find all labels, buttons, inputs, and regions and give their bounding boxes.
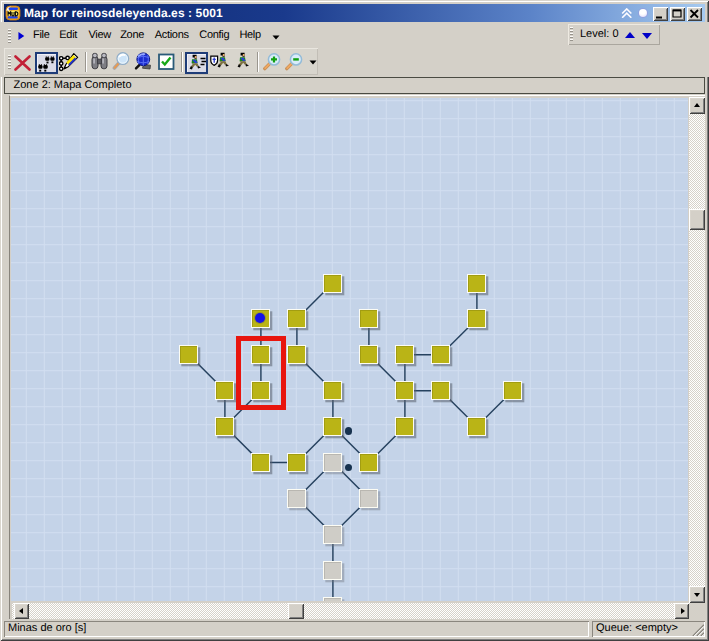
scroll-up-button[interactable] [689, 97, 705, 114]
level-up-icon[interactable] [625, 32, 635, 38]
up-arrow-icon [694, 103, 700, 107]
world-map-icon[interactable] [134, 52, 153, 71]
scroll-left-button[interactable] [14, 603, 29, 619]
map-room[interactable] [323, 274, 342, 293]
speedwalk-icon [188, 54, 207, 73]
resize-grip-icon[interactable] [691, 623, 704, 636]
zoom-view-icon[interactable] [112, 52, 130, 71]
level-label: Level: 0 [580, 26, 619, 42]
map-room[interactable] [323, 597, 342, 601]
map-room[interactable] [467, 417, 486, 436]
map-room[interactable] [467, 274, 486, 293]
map-connections [11, 98, 688, 601]
horizontal-scroll-thumb[interactable] [288, 603, 304, 619]
walk-icon[interactable] [234, 52, 252, 71]
minimize-icon [653, 7, 668, 21]
vertical-scrollbar[interactable] [689, 97, 705, 603]
map-room[interactable] [287, 345, 306, 364]
map-viewport[interactable] [11, 98, 688, 601]
toolbar-separator [85, 52, 87, 72]
safe-walk-icon[interactable] [210, 52, 230, 71]
toolbar-grip[interactable] [8, 55, 11, 70]
vertical-scroll-thumb[interactable] [689, 209, 705, 230]
selection-rectangle [236, 336, 286, 410]
zone-label: Zone 2: Mapa Completo [4, 77, 705, 94]
zoom-in-icon[interactable] [263, 53, 281, 71]
close-button[interactable] [687, 7, 702, 21]
right-arrow-icon [681, 608, 685, 614]
menu-item-file[interactable]: File [33, 27, 50, 43]
maximize-button[interactable] [670, 7, 685, 21]
maximize-icon [670, 7, 685, 21]
left-arrow-icon [19, 608, 23, 614]
map-room[interactable] [395, 381, 414, 400]
edit-path-icon[interactable] [59, 53, 79, 72]
zoom-out-icon[interactable] [285, 53, 303, 71]
map-room[interactable] [431, 345, 450, 364]
map-room[interactable] [287, 453, 306, 472]
minimize-button[interactable] [653, 7, 668, 21]
map-room[interactable] [359, 489, 378, 508]
rollup-icon[interactable] [621, 8, 633, 19]
level-down-icon[interactable] [642, 33, 652, 39]
map-room[interactable] [287, 309, 306, 328]
map-room[interactable] [215, 381, 234, 400]
mapper-window: Map for reinosdeleyenda.es : 5001 FileEd… [0, 0, 709, 641]
map-room[interactable] [179, 345, 198, 364]
delete-icon[interactable] [14, 55, 31, 71]
find-icon[interactable] [91, 52, 108, 71]
map-room[interactable] [323, 453, 342, 472]
menu-item-zone[interactable]: Zone [120, 27, 144, 43]
map-room[interactable] [323, 417, 342, 436]
ball-icon[interactable] [639, 9, 647, 17]
menubar-grip[interactable] [8, 29, 11, 44]
play-icon[interactable] [17, 31, 25, 41]
map-room[interactable] [395, 345, 414, 364]
level-toolbar: Level: 0 [568, 24, 660, 45]
menu-item-edit[interactable]: Edit [59, 27, 77, 43]
scroll-down-button[interactable] [689, 586, 705, 603]
queue-text: Queue: <empty> [596, 622, 678, 634]
map-room[interactable] [215, 417, 234, 436]
map-room[interactable] [251, 453, 270, 472]
footprints-icon [38, 55, 56, 72]
exit-marker-dot [345, 427, 353, 435]
map-room[interactable] [359, 345, 378, 364]
map-room[interactable] [431, 381, 450, 400]
menu-item-view[interactable]: View [89, 27, 111, 43]
status-room-name: Minas de oro [s] [4, 621, 589, 637]
close-icon [687, 7, 702, 21]
map-room[interactable] [359, 309, 378, 328]
toolbar [0, 47, 709, 77]
speedwalk-button[interactable] [185, 52, 208, 75]
menu-overflow-icon[interactable] [272, 35, 280, 40]
zoom-dropdown-icon[interactable] [309, 60, 317, 65]
title-bar[interactable]: Map for reinosdeleyenda.es : 5001 [4, 4, 705, 22]
confirm-checkbox-icon[interactable] [158, 53, 175, 71]
map-room[interactable] [395, 417, 414, 436]
menu-bar: FileEditViewZoneActionsConfigHelp Level:… [0, 22, 709, 47]
map-room[interactable] [359, 453, 378, 472]
show-rooms-button[interactable] [35, 52, 58, 74]
menu-item-actions[interactable]: Actions [155, 27, 189, 43]
menu-item-config[interactable]: Config [199, 27, 229, 43]
map-room[interactable] [287, 489, 306, 508]
map-room[interactable] [323, 525, 342, 544]
status-queue: Queue: <empty> [592, 621, 705, 637]
horizontal-scrollbar[interactable] [12, 603, 689, 619]
menu-item-help[interactable]: Help [239, 27, 260, 43]
scroll-right-button[interactable] [674, 603, 689, 619]
status-bar: Minas de oro [s] Queue: <empty> [4, 620, 705, 637]
map-room[interactable] [323, 561, 342, 580]
map-room[interactable] [467, 309, 486, 328]
scrollbar-corner [689, 603, 706, 620]
toolbar-separator [181, 52, 183, 72]
map-room[interactable] [323, 381, 342, 400]
map-room[interactable] [503, 381, 522, 400]
level-grip[interactable] [570, 27, 573, 42]
map-room[interactable] [251, 309, 270, 328]
down-arrow-icon [694, 593, 700, 597]
current-position-dot [255, 313, 265, 323]
map-panel [9, 95, 705, 619]
room-name-text: Minas de oro [s] [8, 622, 86, 634]
